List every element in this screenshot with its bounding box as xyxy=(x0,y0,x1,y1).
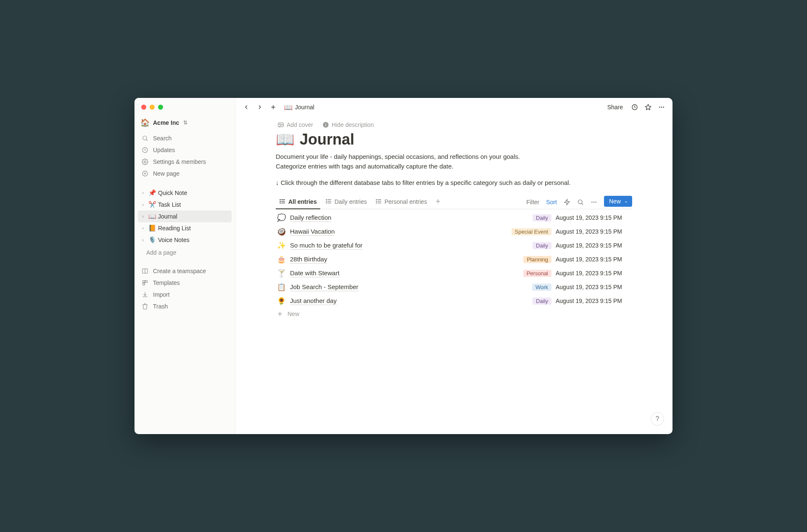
list-item[interactable]: ✨ So much to be grateful for Daily Augus… xyxy=(276,239,632,253)
new-entry-label: New xyxy=(609,198,621,205)
sidebar-settings[interactable]: Settings & members xyxy=(138,156,232,168)
list-item[interactable]: 📋 Job Search - September Work August 19,… xyxy=(276,280,632,294)
page-emoji: 📌 xyxy=(148,189,156,197)
entry-tag: Daily xyxy=(533,214,551,221)
svg-rect-25 xyxy=(325,124,326,126)
db-tab-personal-entries[interactable]: Personal entries xyxy=(372,195,430,209)
sidebar-page-voice-notes[interactable]: › 🎙️ Voice Notes xyxy=(138,234,232,246)
app-window: 🏠 Acme Inc ⇅ Search Updates Settings & m… xyxy=(134,98,672,434)
page-title: 📖 Journal xyxy=(276,131,632,148)
svg-point-37 xyxy=(326,201,327,201)
entry-title: Date with Stewart xyxy=(290,269,340,277)
svg-point-0 xyxy=(143,136,147,140)
sidebar-page-quick-note[interactable]: › 📌 Quick Note xyxy=(138,187,232,199)
sidebar-page-journal[interactable]: › 📖 Journal xyxy=(138,211,232,222)
trash-icon xyxy=(141,303,149,310)
gear-icon xyxy=(141,158,149,166)
entry-title: So much to be grateful for xyxy=(290,242,363,250)
search-icon xyxy=(141,134,149,142)
breadcrumb[interactable]: 📖 Journal xyxy=(282,103,317,112)
chevron-right-icon[interactable]: › xyxy=(140,213,146,219)
svg-point-44 xyxy=(376,203,377,203)
sidebar-import[interactable]: Import xyxy=(138,289,232,300)
svg-rect-13 xyxy=(143,283,145,285)
page-emoji: ✂️ xyxy=(148,201,156,208)
workspace-switcher[interactable]: 🏠 Acme Inc ⇅ xyxy=(134,116,235,132)
entry-title: Hawaii Vacation xyxy=(290,228,335,236)
entry-date: August 19, 2023 9:15 PM xyxy=(556,242,631,249)
list-item[interactable]: 💭 Daily reflection Daily August 19, 2023… xyxy=(276,211,632,225)
sidebar-templates[interactable]: Templates xyxy=(138,277,232,289)
db-tab-label: Daily entries xyxy=(335,198,367,205)
db-tab-daily-entries[interactable]: Daily entries xyxy=(322,195,370,209)
maximize-window-button[interactable] xyxy=(158,105,163,110)
sidebar-teamspace[interactable]: Create a teamspace xyxy=(138,265,232,277)
svg-line-49 xyxy=(582,203,583,205)
page-title-text[interactable]: Journal xyxy=(300,131,354,148)
list-icon xyxy=(375,198,382,206)
list-item[interactable]: 🥥 Hawaii Vacation Special Event August 1… xyxy=(276,225,632,239)
nav-back-button[interactable] xyxy=(241,102,251,112)
list-icon xyxy=(279,198,286,206)
page-icon[interactable]: 📖 xyxy=(276,131,295,148)
entry-tag: Planning xyxy=(523,256,551,263)
svg-point-31 xyxy=(280,201,280,201)
sidebar-templates-label: Templates xyxy=(153,279,180,286)
close-window-button[interactable] xyxy=(141,105,146,110)
new-tab-button[interactable] xyxy=(268,102,278,112)
page-label: Quick Note xyxy=(158,190,187,196)
sidebar-page-task-list[interactable]: › ✂️ Task List xyxy=(138,199,232,211)
chevron-right-icon[interactable]: › xyxy=(140,225,146,231)
chevron-right-icon[interactable]: › xyxy=(140,190,146,196)
automations-button[interactable] xyxy=(561,197,573,207)
new-entry-button[interactable]: New ⌄ xyxy=(604,196,632,207)
svg-point-42 xyxy=(376,199,377,200)
list-item[interactable]: 🍸 Date with Stewart Personal August 19, … xyxy=(276,266,632,280)
list-item[interactable]: 🌻 Just another day Daily August 19, 2023… xyxy=(276,294,632,308)
more-options-button[interactable] xyxy=(657,102,667,112)
favorite-button[interactable] xyxy=(643,102,653,112)
description-line-1: Document your life - daily happenings, s… xyxy=(276,152,632,161)
sidebar-search[interactable]: Search xyxy=(138,132,232,144)
download-icon xyxy=(141,291,149,298)
svg-point-30 xyxy=(280,199,280,200)
page-description[interactable]: Document your life - daily happenings, s… xyxy=(276,152,632,171)
sidebar-new-page[interactable]: New page xyxy=(138,168,232,179)
add-view-button[interactable] xyxy=(432,196,444,208)
help-button[interactable]: ? xyxy=(651,412,664,426)
svg-rect-26 xyxy=(325,123,326,124)
main-content: 📖 Journal Share Add cover Hide descripti… xyxy=(235,98,672,434)
hide-description-button[interactable]: Hide description xyxy=(321,120,375,130)
svg-point-52 xyxy=(595,201,596,203)
sidebar-teamspace-label: Create a teamspace xyxy=(153,268,206,274)
sidebar-trash[interactable]: Trash xyxy=(138,300,232,312)
svg-point-43 xyxy=(376,201,377,201)
new-row-button[interactable]: New xyxy=(276,308,632,320)
nav-forward-button[interactable] xyxy=(255,102,265,112)
list-item[interactable]: 🎂 28th Birthday Planning August 19, 2023… xyxy=(276,253,632,266)
description-line-2: Categorize entries with tags and automat… xyxy=(276,161,632,171)
entry-date: August 19, 2023 9:15 PM xyxy=(556,284,631,290)
chevron-right-icon[interactable]: › xyxy=(140,202,146,208)
sidebar-page-reading-list[interactable]: › 📙 Reading List xyxy=(138,222,232,234)
sort-button[interactable]: Sort xyxy=(543,197,559,207)
workspace-name: Acme Inc xyxy=(153,119,179,126)
sidebar-add-page[interactable]: Add a page xyxy=(138,248,232,258)
search-db-button[interactable] xyxy=(575,197,586,207)
clock-icon xyxy=(141,146,149,154)
traffic-lights xyxy=(141,105,163,110)
db-tab-all-entries[interactable]: All entries xyxy=(276,195,320,209)
minimize-window-button[interactable] xyxy=(150,105,155,110)
topbar: 📖 Journal Share xyxy=(235,98,672,116)
entries-list: 💭 Daily reflection Daily August 19, 2023… xyxy=(276,209,632,308)
share-button[interactable]: Share xyxy=(604,102,626,112)
chevron-right-icon[interactable]: › xyxy=(140,237,146,243)
new-row-label: New xyxy=(287,311,299,317)
filter-button[interactable]: Filter xyxy=(524,197,542,207)
entry-emoji: 🌻 xyxy=(277,297,286,306)
sidebar-updates[interactable]: Updates xyxy=(138,144,232,156)
history-button[interactable] xyxy=(630,102,640,112)
svg-line-1 xyxy=(146,140,148,141)
db-more-button[interactable] xyxy=(588,197,600,207)
add-cover-button[interactable]: Add cover xyxy=(276,120,315,130)
